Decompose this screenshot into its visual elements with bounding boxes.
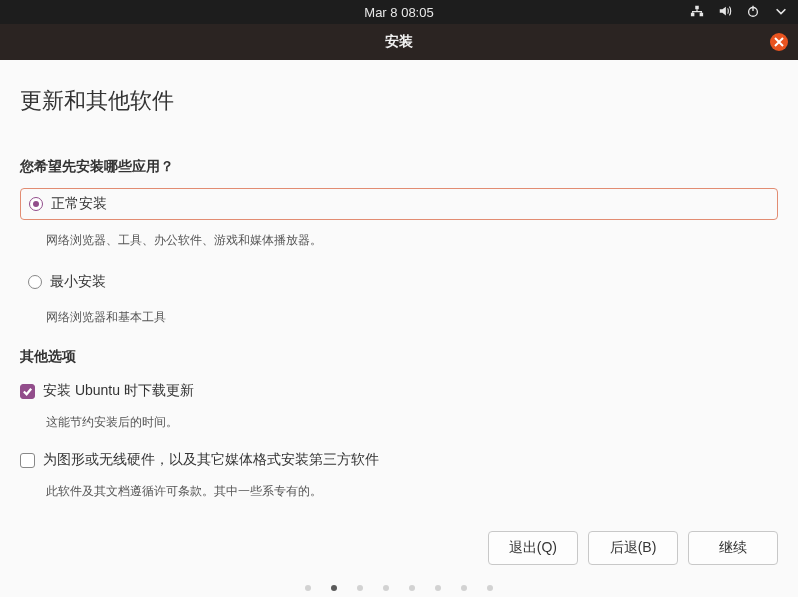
svg-rect-5 (692, 11, 693, 13)
check-updates-sub: 这能节约安装后的时间。 (46, 414, 778, 431)
back-button[interactable]: 后退(B) (588, 531, 678, 565)
page-title: 更新和其他软件 (20, 86, 778, 116)
continue-button[interactable]: 继续 (688, 531, 778, 565)
pager-dot (435, 585, 441, 591)
svg-rect-8 (752, 5, 753, 10)
radio-icon (29, 197, 43, 211)
svg-rect-2 (695, 5, 699, 9)
pager-dot (357, 585, 363, 591)
clock: Mar 8 08:05 (364, 5, 433, 20)
check-label: 安装 Ubuntu 时下载更新 (43, 382, 194, 400)
pager-dot (409, 585, 415, 591)
close-button[interactable] (770, 33, 788, 51)
radio-minimal-sub: 网络浏览器和基本工具 (46, 309, 778, 326)
network-icon[interactable] (690, 4, 704, 21)
pager-dot (487, 585, 493, 591)
system-tray (690, 0, 788, 24)
radio-normal-install[interactable]: 正常安装 (20, 188, 778, 220)
radio-label: 最小安装 (50, 273, 106, 291)
pager-dot (383, 585, 389, 591)
window-title: 安装 (385, 33, 413, 51)
checkbox-icon (20, 384, 35, 399)
volume-icon[interactable] (718, 4, 732, 21)
svg-rect-6 (701, 11, 702, 13)
svg-rect-1 (700, 12, 704, 16)
checkbox-icon (20, 453, 35, 468)
window-titlebar: 安装 (0, 24, 798, 60)
install-question: 您希望先安装哪些应用？ (20, 158, 778, 176)
installer-content: 更新和其他软件 您希望先安装哪些应用？ 正常安装 网络浏览器、工具、办公软件、游… (0, 60, 798, 585)
svg-rect-0 (691, 12, 695, 16)
radio-minimal-install[interactable]: 最小安装 (20, 267, 778, 297)
system-topbar: Mar 8 08:05 (0, 0, 798, 24)
pager-dot (305, 585, 311, 591)
radio-icon (28, 275, 42, 289)
check-download-updates[interactable]: 安装 Ubuntu 时下载更新 (20, 380, 778, 402)
progress-dots (0, 585, 798, 597)
other-options-title: 其他选项 (20, 348, 778, 366)
footer-buttons: 退出(Q) 后退(B) 继续 (20, 531, 778, 585)
power-icon[interactable] (746, 4, 760, 21)
pager-dot (331, 585, 337, 591)
pager-dot (461, 585, 467, 591)
check-third-party[interactable]: 为图形或无线硬件，以及其它媒体格式安装第三方软件 (20, 449, 778, 471)
check-third-party-sub: 此软件及其文档遵循许可条款。其中一些系专有的。 (46, 483, 778, 500)
quit-button[interactable]: 退出(Q) (488, 531, 578, 565)
chevron-down-icon[interactable] (774, 4, 788, 21)
radio-normal-sub: 网络浏览器、工具、办公软件、游戏和媒体播放器。 (46, 232, 778, 249)
check-label: 为图形或无线硬件，以及其它媒体格式安装第三方软件 (43, 451, 379, 469)
radio-label: 正常安装 (51, 195, 107, 213)
svg-rect-4 (692, 11, 702, 12)
